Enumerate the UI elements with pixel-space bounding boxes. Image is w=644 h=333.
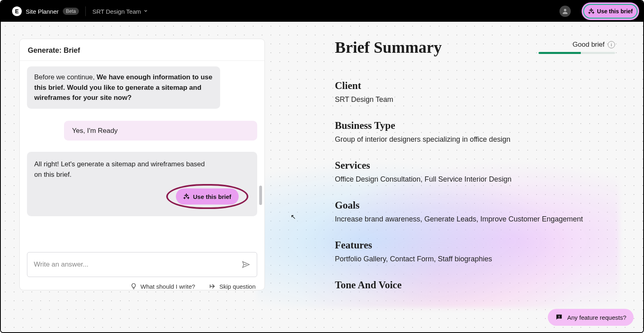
section-text: Portfolio Gallery, Contact Form, Staff b… (335, 255, 615, 263)
summary-title: Brief Summary (335, 38, 442, 57)
ai-message: Before we continue, We have enough infor… (27, 66, 220, 109)
section-business-type: Business Type Group of interior designer… (335, 120, 615, 144)
brief-quality-progress (539, 52, 615, 54)
chat-input-placeholder: Write an answer... (34, 261, 89, 269)
header-divider (85, 6, 86, 16)
chat-panel-title: Generate: Brief (20, 39, 264, 61)
section-client: Client SRT Design Team (335, 80, 615, 104)
brief-quality-label: Good brief (573, 41, 605, 49)
section-heading: Goals (335, 200, 615, 211)
sparkle-icon (183, 193, 190, 200)
svg-point-0 (564, 9, 566, 11)
app-header: E Site Planner Beta SRT Design Team Use … (1, 1, 643, 22)
suggestion-link[interactable]: What should I write? (130, 283, 195, 290)
skip-question-link[interactable]: Skip question (209, 283, 256, 290)
chat-footer: What should I write? Skip question (20, 277, 264, 290)
brief-summary: Brief Summary Good brief i Client SRT De… (335, 38, 615, 307)
person-icon (561, 8, 569, 15)
brief-quality-progress-fill (539, 52, 581, 54)
app-logo: E (12, 6, 22, 16)
section-heading: Client (335, 80, 615, 91)
team-name: SRT Design Team (92, 8, 141, 15)
svg-rect-2 (559, 318, 559, 319)
app-frame: E Site Planner Beta SRT Design Team Use … (0, 0, 644, 333)
svg-rect-1 (559, 316, 559, 317)
section-heading: Tone And Voice (335, 279, 615, 291)
content-area: Generate: Brief Before we continue, We h… (1, 22, 643, 332)
ai-message-text: All right! Let's generate a sitemap and … (34, 159, 207, 180)
feature-request-label: Any feature requests? (567, 314, 626, 321)
use-brief-cta-highlight: Use this brief (166, 184, 248, 209)
chat-input[interactable]: Write an answer... (27, 252, 257, 277)
ai-message-block: All right! Let's generate a sitemap and … (27, 152, 257, 216)
skip-label: Skip question (219, 283, 256, 290)
send-icon[interactable] (242, 260, 250, 269)
brief-quality: Good brief i (539, 41, 615, 54)
section-text: SRT Design Team (335, 95, 615, 104)
team-selector[interactable]: SRT Design Team (92, 8, 148, 15)
app-title: Site Planner (26, 8, 59, 15)
chat-scroll-area[interactable]: Before we continue, We have enough infor… (20, 61, 264, 244)
user-message: Yes, I'm Ready (64, 121, 257, 141)
chat-panel: Generate: Brief Before we continue, We h… (19, 39, 265, 290)
chat-input-row: Write an answer... (27, 252, 257, 277)
sparkle-icon (588, 8, 594, 14)
use-brief-header-label: Use this brief (597, 8, 633, 14)
section-text: Increase brand awareness, Generate Leads… (335, 215, 615, 223)
feature-request-button[interactable]: Any feature requests? (548, 309, 634, 326)
summary-header-row: Brief Summary Good brief i (335, 38, 615, 57)
suggestion-label: What should I write? (140, 283, 195, 290)
lightbulb-icon (130, 283, 137, 290)
section-features: Features Portfolio Gallery, Contact Form… (335, 240, 615, 263)
mouse-cursor: ↖ (291, 213, 296, 221)
section-heading: Features (335, 240, 615, 251)
beta-badge: Beta (63, 8, 79, 15)
ai-message-prefix: Before we continue, (34, 73, 97, 81)
info-icon[interactable]: i (608, 41, 615, 48)
section-heading: Business Type (335, 120, 615, 131)
chat-scrollbar[interactable] (259, 186, 262, 205)
use-brief-header-highlight: Use this brief (582, 2, 639, 20)
section-services: Services Office Design Consultation, Ful… (335, 160, 615, 184)
section-text: Office Design Consultation, Full Service… (335, 175, 615, 184)
section-heading: Services (335, 160, 615, 171)
chevron-down-icon (143, 8, 148, 14)
use-brief-cta-button[interactable]: Use this brief (176, 188, 238, 205)
feedback-icon (555, 313, 563, 321)
section-tone: Tone And Voice (335, 279, 615, 291)
skip-icon (209, 283, 216, 290)
section-goals: Goals Increase brand awareness, Generate… (335, 200, 615, 223)
use-brief-header-button[interactable]: Use this brief (583, 4, 638, 19)
user-avatar[interactable] (559, 6, 571, 17)
section-text: Group of interior designers specializing… (335, 135, 615, 144)
use-brief-cta-label: Use this brief (193, 193, 231, 200)
